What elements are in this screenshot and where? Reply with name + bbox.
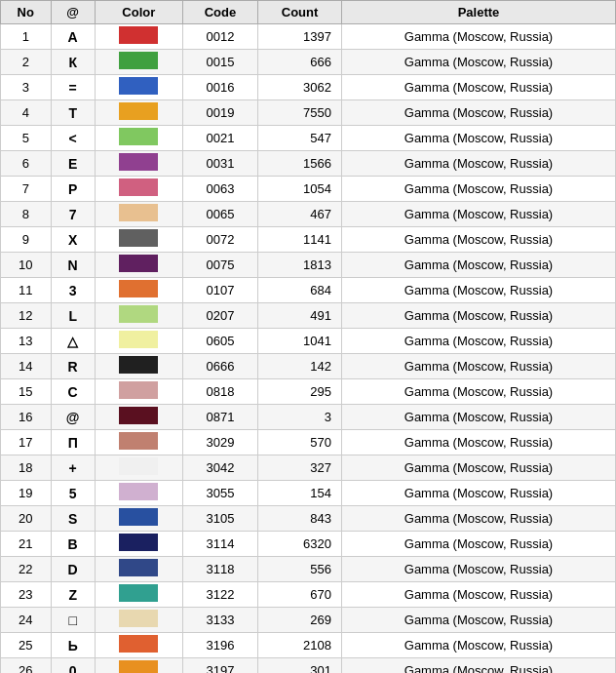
cell-color <box>95 582 182 608</box>
table-row: 22D3118556Gamma (Moscow, Russia) <box>1 557 616 582</box>
cell-code: 0107 <box>182 278 257 303</box>
cell-symbol: 5 <box>51 481 95 506</box>
cell-color <box>95 24 182 50</box>
cell-palette: Gamma (Moscow, Russia) <box>341 532 615 557</box>
cell-no: 19 <box>1 481 52 506</box>
cell-color <box>95 50 182 75</box>
cell-color <box>95 633 182 658</box>
table-row: 2К0015666Gamma (Moscow, Russia) <box>1 50 616 75</box>
cell-symbol: C <box>51 379 95 405</box>
cell-no: 26 <box>1 658 52 674</box>
header-code: Code <box>182 1 257 24</box>
table-row: 20S3105843Gamma (Moscow, Russia) <box>1 506 616 532</box>
cell-code: 3118 <box>182 557 257 582</box>
cell-no: 24 <box>1 608 52 633</box>
cell-palette: Gamma (Moscow, Russia) <box>341 658 615 674</box>
cell-color <box>95 481 182 506</box>
table-row: 3=00163062Gamma (Moscow, Russia) <box>1 75 616 100</box>
cell-palette: Gamma (Moscow, Russia) <box>341 227 615 253</box>
cell-code: 0207 <box>182 303 257 329</box>
cell-no: 23 <box>1 582 52 608</box>
cell-palette: Gamma (Moscow, Russia) <box>341 608 615 633</box>
cell-palette: Gamma (Moscow, Russia) <box>341 151 615 177</box>
cell-color <box>95 227 182 253</box>
table-row: 24□3133269Gamma (Moscow, Russia) <box>1 608 616 633</box>
cell-count: 1397 <box>258 24 342 50</box>
cell-count: 467 <box>258 202 342 227</box>
cell-count: 670 <box>258 582 342 608</box>
cell-code: 3197 <box>182 658 257 674</box>
cell-palette: Gamma (Moscow, Russia) <box>341 329 615 354</box>
cell-count: 301 <box>258 658 342 674</box>
table-row: 17П3029570Gamma (Moscow, Russia) <box>1 430 616 455</box>
cell-code: 0063 <box>182 177 257 202</box>
cell-count: 666 <box>258 50 342 75</box>
cell-symbol: Z <box>51 582 95 608</box>
cell-palette: Gamma (Moscow, Russia) <box>341 303 615 329</box>
cell-color <box>95 532 182 557</box>
cell-color <box>95 379 182 405</box>
table-row: 23Z3122670Gamma (Moscow, Russia) <box>1 582 616 608</box>
cell-count: 6320 <box>258 532 342 557</box>
table-row: 21В31146320Gamma (Moscow, Russia) <box>1 532 616 557</box>
table-row: 16@08713Gamma (Moscow, Russia) <box>1 405 616 430</box>
cell-color <box>95 75 182 100</box>
cell-palette: Gamma (Moscow, Russia) <box>341 202 615 227</box>
cell-symbol: Р <box>51 177 95 202</box>
cell-count: 1566 <box>258 151 342 177</box>
cell-color <box>95 202 182 227</box>
cell-count: 547 <box>258 126 342 151</box>
cell-code: 3055 <box>182 481 257 506</box>
cell-symbol: D <box>51 557 95 582</box>
cell-code: 0012 <box>182 24 257 50</box>
cell-symbol: Е <box>51 151 95 177</box>
cell-color <box>95 126 182 151</box>
cell-palette: Gamma (Moscow, Russia) <box>341 481 615 506</box>
table-row: 1953055154Gamma (Moscow, Russia) <box>1 481 616 506</box>
cell-no: 12 <box>1 303 52 329</box>
table-row: 2603197301Gamma (Moscow, Russia) <box>1 658 616 674</box>
cell-code: 0016 <box>182 75 257 100</box>
cell-symbol: 3 <box>51 278 95 303</box>
cell-color <box>95 455 182 481</box>
cell-code: 3105 <box>182 506 257 532</box>
cell-symbol: △ <box>51 329 95 354</box>
cell-color <box>95 329 182 354</box>
main-table: No @ Color Code Count Palette 1А00121397… <box>0 0 616 673</box>
cell-count: 684 <box>258 278 342 303</box>
cell-no: 22 <box>1 557 52 582</box>
cell-count: 295 <box>258 379 342 405</box>
cell-count: 2108 <box>258 633 342 658</box>
cell-code: 3029 <box>182 430 257 455</box>
cell-count: 1141 <box>258 227 342 253</box>
cell-palette: Gamma (Moscow, Russia) <box>341 100 615 126</box>
cell-no: 1 <box>1 24 52 50</box>
cell-code: 3122 <box>182 582 257 608</box>
cell-symbol: + <box>51 455 95 481</box>
cell-no: 10 <box>1 253 52 278</box>
cell-no: 9 <box>1 227 52 253</box>
cell-symbol: S <box>51 506 95 532</box>
cell-code: 0015 <box>182 50 257 75</box>
cell-palette: Gamma (Moscow, Russia) <box>341 126 615 151</box>
cell-palette: Gamma (Moscow, Russia) <box>341 177 615 202</box>
cell-count: 154 <box>258 481 342 506</box>
cell-code: 0818 <box>182 379 257 405</box>
cell-count: 843 <box>258 506 342 532</box>
cell-symbol: = <box>51 75 95 100</box>
cell-symbol: Т <box>51 100 95 126</box>
table-row: 870065467Gamma (Moscow, Russia) <box>1 202 616 227</box>
table-row: 1130107684Gamma (Moscow, Russia) <box>1 278 616 303</box>
cell-symbol: 0 <box>51 658 95 674</box>
cell-no: 20 <box>1 506 52 532</box>
cell-count: 1054 <box>258 177 342 202</box>
header-count: Count <box>258 1 342 24</box>
cell-palette: Gamma (Moscow, Russia) <box>341 405 615 430</box>
cell-count: 570 <box>258 430 342 455</box>
table-row: 5<0021547Gamma (Moscow, Russia) <box>1 126 616 151</box>
cell-palette: Gamma (Moscow, Russia) <box>341 557 615 582</box>
cell-symbol: К <box>51 50 95 75</box>
cell-code: 0871 <box>182 405 257 430</box>
cell-code: 0072 <box>182 227 257 253</box>
cell-no: 21 <box>1 532 52 557</box>
